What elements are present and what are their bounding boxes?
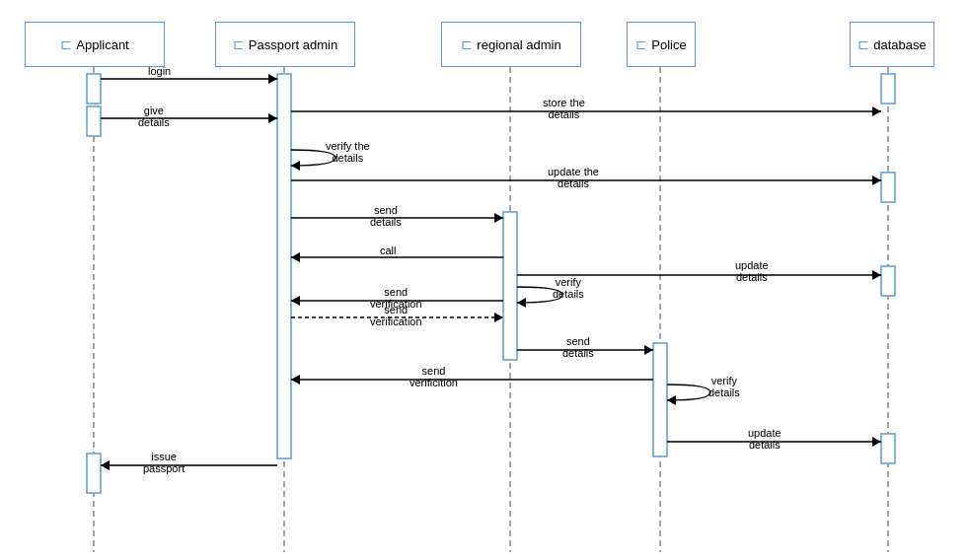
svg-rect-5 <box>87 74 101 104</box>
msg-label-send-verification2: sendverification <box>370 304 422 327</box>
msg-label-send-details-p: senddetails <box>562 335 594 359</box>
svg-marker-29 <box>872 270 881 280</box>
svg-marker-16 <box>268 74 277 84</box>
actor-label-police: Police <box>651 37 686 52</box>
msg-label-verify-details-pa: verify thedetails <box>326 140 370 164</box>
actor-police: ⊏ Police <box>627 22 696 67</box>
arrows-svg <box>0 0 967 560</box>
svg-marker-20 <box>872 106 881 116</box>
svg-rect-6 <box>87 106 101 136</box>
svg-rect-14 <box>881 434 895 463</box>
svg-rect-8 <box>277 74 291 458</box>
svg-marker-38 <box>291 375 300 385</box>
actor-icon-regional-admin: ⊏ <box>461 36 473 52</box>
actor-regional-admin: ⊏ regional admin <box>441 22 581 67</box>
svg-rect-9 <box>503 212 517 360</box>
actor-label-passport-admin: Passport admin <box>249 37 337 52</box>
actor-icon-applicant: ⊏ <box>60 36 72 52</box>
msg-label-verify-details-p: verifydetails <box>708 375 740 398</box>
actor-database: ⊏ database <box>850 22 934 67</box>
actor-icon-police: ⊏ <box>635 36 647 52</box>
msg-label-update-details: update thedetails <box>548 166 599 189</box>
svg-rect-13 <box>881 266 895 296</box>
msg-label-update-details2: updatedetails <box>735 259 769 283</box>
svg-rect-11 <box>881 74 895 104</box>
svg-marker-18 <box>268 113 277 123</box>
actor-label-database: database <box>873 37 927 52</box>
svg-marker-23 <box>872 175 881 185</box>
actor-label-applicant: Applicant <box>76 37 128 52</box>
actor-icon-passport-admin: ⊏ <box>233 36 245 52</box>
actor-passport-admin: ⊏ Passport admin <box>215 22 355 67</box>
svg-marker-43 <box>101 460 110 470</box>
msg-label-give-details: givedetails <box>138 105 170 128</box>
svg-marker-41 <box>872 437 881 447</box>
msg-label-send-verificition: sendverificition <box>409 365 458 388</box>
svg-marker-39 <box>667 395 676 405</box>
actor-icon-database: ⊏ <box>857 36 869 52</box>
actor-applicant: ⊏ Applicant <box>25 22 165 67</box>
sequence-diagram: ⊏ Applicant ⊏ Passport admin ⊏ regional … <box>0 0 967 560</box>
msg-label-login: login <box>148 65 171 77</box>
svg-rect-12 <box>881 173 895 202</box>
msg-label-verify-details-ra: verifydetails <box>553 276 584 300</box>
msg-label-store-details: store thedetails <box>543 97 585 120</box>
svg-marker-36 <box>644 345 653 355</box>
msg-label-send-details-ra: senddetails <box>370 204 402 228</box>
svg-marker-27 <box>291 252 300 262</box>
svg-marker-34 <box>494 313 503 322</box>
svg-rect-7 <box>87 454 101 493</box>
svg-marker-21 <box>291 161 300 171</box>
svg-marker-25 <box>494 213 503 223</box>
msg-label-call: call <box>380 245 397 256</box>
msg-label-update-details3: updatedetails <box>748 427 781 451</box>
msg-label-issue-passport: issuepassport <box>143 451 185 474</box>
actor-label-regional-admin: regional admin <box>477 37 560 52</box>
svg-marker-32 <box>291 296 300 306</box>
svg-rect-10 <box>653 343 667 456</box>
svg-marker-30 <box>517 298 526 308</box>
